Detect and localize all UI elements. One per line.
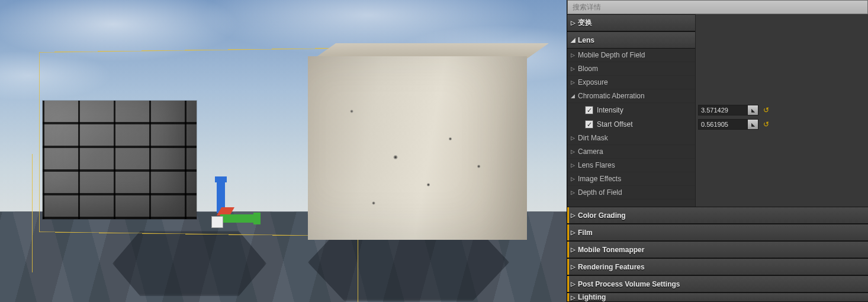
expand-icon: ▷ xyxy=(571,212,577,219)
collapse-icon: ◢ xyxy=(571,37,577,43)
app-root: ▷ 变换 ◢ Lens ▷ Mobile Depth of Field ▷ xyxy=(0,0,868,302)
gizmo-axis-y-icon[interactable] xyxy=(220,214,259,223)
cube-shadow xyxy=(112,231,266,296)
cube-face xyxy=(308,56,527,240)
expand-icon: ▷ xyxy=(571,294,577,301)
section-transform[interactable]: ▷ 变换 xyxy=(567,14,695,31)
spacer xyxy=(696,14,868,31)
start-offset-input[interactable] xyxy=(699,120,747,129)
expand-icon: ▷ xyxy=(571,162,578,168)
spinner-button-icon[interactable]: ◣ xyxy=(747,120,758,129)
cube-face xyxy=(43,101,197,219)
row-label: Bloom xyxy=(578,65,598,73)
expand-icon: ▷ xyxy=(571,176,578,182)
section-film[interactable]: ▷ Film xyxy=(567,224,868,241)
gizmo-origin-icon[interactable] xyxy=(212,217,223,227)
section-mobile-tonemapper[interactable]: ▷ Mobile Tonemapper xyxy=(567,241,868,258)
row-mobile-dof[interactable]: ▷ Mobile Depth of Field xyxy=(567,49,695,62)
expand-icon: ▷ xyxy=(571,246,577,253)
concrete-cube-mesh[interactable] xyxy=(308,56,527,240)
row-bloom[interactable]: ▷ Bloom xyxy=(567,62,695,76)
row-label: Image Effects xyxy=(578,175,621,183)
row-camera[interactable]: ▷ Camera xyxy=(567,145,695,159)
expand-icon: ▷ xyxy=(571,135,578,141)
section-label: 变换 xyxy=(578,18,592,28)
intensity-input[interactable] xyxy=(699,105,747,115)
row-chromatic-aberration[interactable]: ◢ Chromatic Aberration xyxy=(567,89,695,103)
section-color-grading[interactable]: ▷ Color Grading xyxy=(567,207,868,224)
section-lighting[interactable]: ▷ Lighting xyxy=(567,293,868,302)
row-depth-of-field[interactable]: ▷ Depth of Field xyxy=(567,186,695,200)
spacer xyxy=(696,49,868,103)
details-panel: ▷ 变换 ◢ Lens ▷ Mobile Depth of Field ▷ xyxy=(567,0,868,302)
section-label: Rendering Features xyxy=(578,263,645,271)
lens-children: ▷ Mobile Depth of Field ▷ Bloom ▷ Exposu… xyxy=(567,49,695,103)
section-rendering-features[interactable]: ▷ Rendering Features xyxy=(567,258,868,275)
section-label: Film xyxy=(578,229,593,237)
brick-cube-mesh[interactable] xyxy=(43,101,197,219)
expand-icon: ▷ xyxy=(571,281,577,287)
volume-edge xyxy=(358,234,358,302)
prop-label-text: Intensity xyxy=(597,106,623,114)
expand-icon: ▷ xyxy=(571,66,578,72)
row-label: Lens Flares xyxy=(578,161,615,169)
row-label: Mobile Depth of Field xyxy=(578,51,645,59)
section-label: Lens xyxy=(578,36,594,44)
collapse-icon: ◢ xyxy=(571,93,578,99)
property-values: ◣ ↺ ◣ ↺ xyxy=(695,14,868,207)
expand-icon: ▷ xyxy=(571,20,577,26)
spinner-button-icon[interactable]: ◣ xyxy=(747,105,758,115)
search-input[interactable] xyxy=(568,1,867,14)
override-checkbox[interactable]: ✓ xyxy=(585,106,593,114)
expand-icon: ▷ xyxy=(571,264,577,270)
spacer xyxy=(567,200,695,207)
section-label: Post Process Volume Settings xyxy=(578,280,680,288)
section-label: Mobile Tonemapper xyxy=(578,246,644,254)
expand-icon: ▷ xyxy=(571,79,578,85)
row-label: Exposure xyxy=(578,78,608,86)
reset-to-default-icon[interactable]: ↺ xyxy=(762,120,770,128)
section-label: Lighting xyxy=(578,293,606,301)
property-tree: ▷ 变换 ◢ Lens ▷ Mobile Depth of Field ▷ xyxy=(567,14,695,207)
start-offset-spinner[interactable]: ◣ xyxy=(698,119,758,130)
section-lens[interactable]: ◢ Lens xyxy=(567,31,695,49)
spacer xyxy=(696,31,868,49)
row-lens-flares[interactable]: ▷ Lens Flares xyxy=(567,159,695,172)
value-start-offset: ◣ ↺ xyxy=(696,117,868,131)
section-label: Color Grading xyxy=(578,211,626,220)
collapsed-sections: ▷ Color Grading ▷ Film ▷ Mobile Tonemapp… xyxy=(567,207,868,302)
volume-edge xyxy=(32,154,33,272)
expand-icon: ▷ xyxy=(571,229,577,236)
row-label: Chromatic Aberration xyxy=(578,92,645,100)
translate-gizmo[interactable] xyxy=(211,180,264,233)
row-label: Depth of Field xyxy=(578,188,622,197)
row-label: Camera xyxy=(578,147,603,156)
search-row xyxy=(567,0,868,14)
row-exposure[interactable]: ▷ Exposure xyxy=(567,76,695,89)
expand-icon: ▷ xyxy=(571,52,578,58)
row-image-effects[interactable]: ▷ Image Effects xyxy=(567,172,695,186)
section-post-process-volume-settings[interactable]: ▷ Post Process Volume Settings xyxy=(567,275,868,293)
prop-label-text: Start Offset xyxy=(597,120,632,128)
override-checkbox[interactable]: ✓ xyxy=(585,120,593,128)
prop-intensity: ✓ Intensity xyxy=(567,103,695,117)
expand-icon: ▷ xyxy=(571,189,578,195)
viewport-3d[interactable] xyxy=(0,0,567,302)
row-label: Dirt Mask xyxy=(578,134,608,142)
reset-to-default-icon[interactable]: ↺ xyxy=(762,106,770,114)
value-intensity: ◣ ↺ xyxy=(696,103,868,117)
prop-start-offset: ✓ Start Offset xyxy=(567,117,695,131)
lens-children-2: ▷ Dirt Mask ▷ Camera ▷ Lens Flares ▷ xyxy=(567,131,695,200)
intensity-spinner[interactable]: ◣ xyxy=(698,105,758,115)
expand-icon: ▷ xyxy=(571,149,578,155)
row-dirt-mask[interactable]: ▷ Dirt Mask xyxy=(567,131,695,145)
